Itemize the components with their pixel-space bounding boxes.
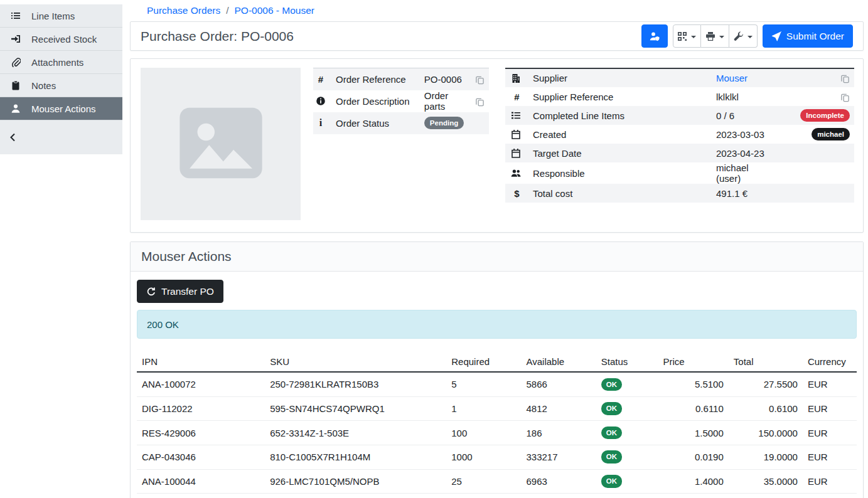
table-row: CAP-043046 810-C1005X7R1H104M 1000 33321… <box>137 445 857 469</box>
field-label: Order Description <box>331 90 419 112</box>
cell-price: 1.5000 <box>658 421 728 445</box>
sidebar-item-mouser-actions[interactable]: Mouser Actions <box>0 97 122 120</box>
cell-price: 0.0190 <box>658 445 728 469</box>
cell-sku: 611-110.107.011/0205 <box>265 494 446 498</box>
cell-sku: 652-3314Z-1-503E <box>265 421 446 445</box>
status-badge: Pending <box>424 117 464 129</box>
status-badge: OK <box>601 475 622 488</box>
cell-available: 47 <box>521 494 596 498</box>
sidebar-item-label: Received Stock <box>31 34 97 45</box>
cell-sku: 250-72981KLRATR150B3 <box>265 372 446 396</box>
cell-price: 1.4000 <box>658 469 728 494</box>
sidebar-item-notes[interactable]: Notes <box>0 74 122 97</box>
cell-ipn: SWT-200005 <box>137 494 265 498</box>
submit-order-button[interactable]: Submit Order <box>763 24 853 48</box>
chevron-down-icon <box>691 36 696 38</box>
panel-title: Mouser Actions <box>141 249 232 264</box>
barcode-actions-button[interactable] <box>673 24 701 48</box>
cell-required: 25 <box>446 469 521 494</box>
field-value: michael (user) <box>711 162 773 184</box>
info-circle-icon <box>316 96 326 106</box>
breadcrumb-link-current-order[interactable]: PO-0006 - Mouser <box>234 5 314 16</box>
chevron-down-icon <box>747 36 753 38</box>
order-header-panel: Purchase Order: PO-0006 <box>130 21 864 51</box>
list-check-icon <box>511 110 523 120</box>
sidebar-item-received-stock[interactable]: Received Stock <box>0 28 122 51</box>
transfer-po-button[interactable]: Transfer PO <box>137 280 223 303</box>
order-details-panel: # Order Reference PO-0006 Order Descript… <box>130 58 864 233</box>
user-shield-icon <box>650 31 660 41</box>
order-image-placeholder[interactable] <box>141 68 301 220</box>
cell-total: 150.0000 <box>729 421 803 445</box>
table-row: RES-429006 652-3314Z-1-503E 100 186 OK 1… <box>137 421 857 445</box>
submit-order-label: Submit Order <box>786 31 844 42</box>
table-row: Created 2023-03-03 michael <box>505 125 854 144</box>
status-badge: OK <box>601 450 622 464</box>
field-value: 2023-04-23 <box>711 144 773 162</box>
supplier-details-table: Supplier Mouser # Supplier Reference lkl… <box>505 68 854 203</box>
column-header: IPN <box>137 352 265 372</box>
print-actions-button[interactable] <box>701 24 729 48</box>
cell-price: 5.7200 <box>658 494 728 498</box>
field-label: Target Date <box>528 144 711 162</box>
status-alert: 200 OK <box>137 310 857 339</box>
order-actions-button[interactable] <box>729 24 758 48</box>
sign-in-icon <box>10 34 21 44</box>
field-label: Created <box>528 125 711 144</box>
copy-icon[interactable] <box>475 97 485 107</box>
cell-required: 100 <box>446 421 521 445</box>
building-icon <box>511 73 523 83</box>
column-header: Currency <box>803 352 857 372</box>
printer-icon <box>705 31 715 41</box>
main-content: Purchase Orders / PO-0006 - Mouser Purch… <box>122 0 868 498</box>
cell-available: 6963 <box>521 469 596 494</box>
cell-ipn: RES-429006 <box>137 421 265 445</box>
table-row: Order Description Order parts <box>313 90 489 112</box>
alert-text: 200 OK <box>147 319 179 330</box>
header-dropdown-group <box>673 24 758 48</box>
breadcrumb: Purchase Orders / PO-0006 - Mouser <box>130 0 864 21</box>
field-label: Order Status <box>331 112 419 134</box>
column-header: Status <box>596 352 658 372</box>
table-header: IPN SKU Required Available Status Price … <box>137 352 857 372</box>
cell-currency: EUR <box>803 494 857 498</box>
table-row: DIG-112022 595-SN74HCS74QPWRQ1 1 4812 OK… <box>137 396 857 421</box>
table-row: ANA-100072 250-72981KLRATR150B3 5 5866 O… <box>137 372 857 396</box>
calendar-icon <box>511 129 523 139</box>
table-row: ANA-100044 926-LMC7101QM5/NOPB 25 6963 O… <box>137 469 857 494</box>
cell-total: 19.0000 <box>729 445 803 469</box>
column-header: Total <box>729 352 803 372</box>
field-value: Order parts <box>419 90 469 112</box>
copy-icon[interactable] <box>840 74 850 83</box>
sidebar-item-attachments[interactable]: Attachments <box>0 51 122 74</box>
column-header: SKU <box>265 352 446 372</box>
copy-icon[interactable] <box>840 93 850 102</box>
qrcode-icon <box>677 31 687 41</box>
cell-ipn: ANA-100044 <box>137 469 265 494</box>
sidebar-collapse-button[interactable] <box>0 120 122 154</box>
table-row: i Order Status Pending <box>313 112 489 134</box>
sidebar-item-line-items[interactable]: Line Items <box>0 4 122 28</box>
field-label: Completed Line Items <box>528 106 711 125</box>
line-items-table: IPN SKU Required Available Status Price … <box>137 352 857 498</box>
field-value: 491.1 € <box>711 184 773 203</box>
copy-icon[interactable] <box>475 75 485 85</box>
cell-currency: EUR <box>803 421 857 445</box>
breadcrumb-link-purchase-orders[interactable]: Purchase Orders <box>147 5 220 16</box>
cell-ipn: ANA-100072 <box>137 372 265 396</box>
sidebar-item-label: Mouser Actions <box>31 103 96 114</box>
sidebar-item-label: Line Items <box>31 11 75 21</box>
info-icon: i <box>319 117 322 128</box>
cell-total: 0.6100 <box>729 396 803 421</box>
sidebar-item-label: Attachments <box>31 57 83 68</box>
page-title: Purchase Order: PO-0006 <box>141 29 294 44</box>
hash-icon: # <box>514 92 519 102</box>
field-value: 2023-03-03 <box>711 125 773 144</box>
table-row: $ Total cost 491.1 € <box>505 184 854 203</box>
cell-currency: EUR <box>803 469 857 494</box>
field-value: 0 / 6 <box>711 106 773 125</box>
supplier-link[interactable]: Mouser <box>716 73 747 83</box>
user-roles-button[interactable] <box>641 24 668 48</box>
cell-sku: 810-C1005X7R1H104M <box>265 445 446 469</box>
user-icon <box>10 103 21 114</box>
